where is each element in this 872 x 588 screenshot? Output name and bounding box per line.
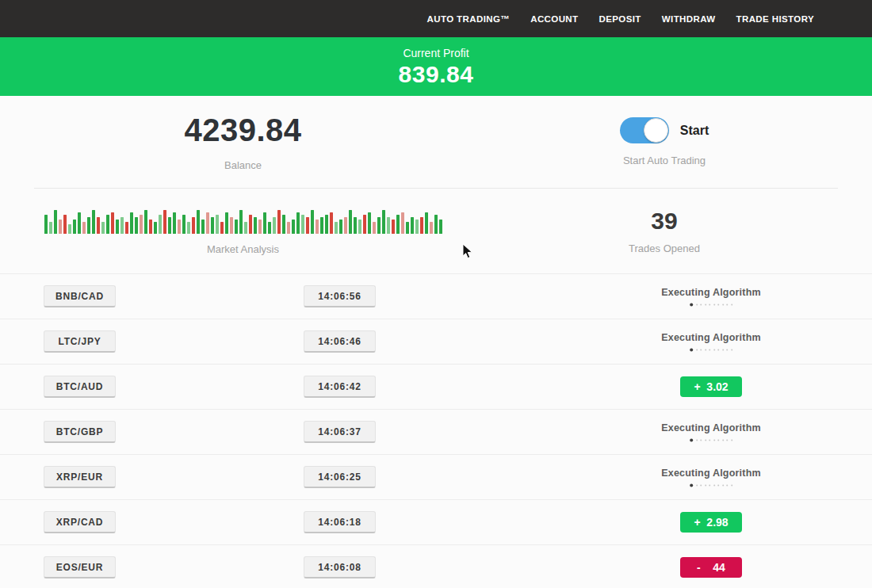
market-analysis-label: Market Analysis (207, 243, 279, 255)
time-badge: 14:06:18 (304, 511, 376, 533)
start-toggle-label: Start (680, 124, 709, 138)
balance-value: 4239.84 (184, 113, 301, 148)
nav-item-deposit[interactable]: DEPOSIT (599, 14, 641, 24)
nav-item-withdraw[interactable]: WITHDRAW (662, 14, 716, 24)
progress-dots (690, 304, 732, 307)
profit-badge: + 2.98 (680, 512, 742, 533)
table-row: XRP/EUR 14:06:25 Executing Algorithm (0, 454, 872, 499)
trade-status: + 3.02 (680, 376, 742, 397)
pair-badge[interactable]: BTC/GBP (44, 421, 116, 443)
trades-table: BNB/CAD 14:06:56 Executing Algorithm LTC… (0, 273, 872, 588)
market-analysis-chart (44, 208, 442, 234)
profit-badge: + 3.02 (680, 376, 742, 397)
progress-dots (690, 349, 732, 352)
pair-badge[interactable]: XRP/CAD (44, 511, 116, 533)
progress-dots (690, 484, 732, 487)
trade-status: Executing Algorithm (661, 422, 761, 442)
trade-status: Executing Algorithm (661, 287, 761, 307)
time-badge: 14:06:56 (304, 285, 376, 307)
nav-item-trade-history[interactable]: TRADE HISTORY (736, 14, 815, 24)
table-row: LTC/JPY 14:06:46 Executing Algorithm (0, 319, 872, 364)
time-badge: 14:06:25 (304, 466, 376, 488)
progress-dots (690, 439, 732, 442)
pair-badge[interactable]: BTC/AUD (44, 376, 116, 398)
pair-badge[interactable]: LTC/JPY (44, 330, 116, 353)
table-row: XRP/CAD 14:06:18 + 2.98 (0, 499, 872, 544)
start-auto-trading-label: Start Auto Trading (623, 155, 706, 166)
executing-algorithm-label: Executing Algorithm (661, 332, 761, 343)
table-row: BTC/GBP 14:06:37 Executing Algorithm (0, 409, 872, 454)
current-profit-value: 839.84 (399, 61, 474, 88)
trade-status: Executing Algorithm (661, 332, 761, 352)
market-analysis-block: Market Analysis (0, 189, 486, 273)
auto-trading-toggle[interactable] (620, 117, 669, 143)
executing-algorithm-label: Executing Algorithm (661, 468, 761, 479)
trades-opened-block: 39 Trades Opened (486, 189, 843, 273)
loss-badge: - 44 (680, 557, 742, 578)
executing-algorithm-label: Executing Algorithm (661, 422, 761, 433)
top-navbar: AUTO TRADING™ACCOUNTDEPOSITWITHDRAWTRADE… (0, 0, 872, 37)
table-row: EOS/EUR 14:06:08 - 44 (0, 544, 872, 588)
current-profit-label: Current Profit (403, 47, 469, 59)
pair-badge[interactable]: EOS/EUR (44, 556, 116, 578)
table-row: BNB/CAD 14:06:56 Executing Algorithm (0, 273, 872, 319)
time-badge: 14:06:46 (304, 330, 376, 353)
balance-label: Balance (224, 159, 262, 171)
balance-block: 4239.84 Balance (0, 96, 486, 188)
auto-trading-block: Start Start Auto Trading (486, 96, 843, 188)
current-profit-banner: Current Profit 839.84 (0, 37, 872, 96)
main-content: 4239.84 Balance Start Start Auto Trading… (0, 96, 872, 588)
pair-badge[interactable]: BNB/CAD (44, 285, 116, 307)
time-badge: 14:06:42 (304, 376, 376, 398)
nav-item-account[interactable]: ACCOUNT (530, 14, 578, 24)
trade-status: + 2.98 (680, 512, 742, 533)
trades-opened-label: Trades Opened (629, 242, 700, 254)
time-badge: 14:06:37 (304, 421, 376, 443)
trade-status: Executing Algorithm (661, 468, 761, 487)
time-badge: 14:06:08 (304, 556, 376, 578)
trade-status: - 44 (680, 557, 742, 578)
toggle-knob-icon (644, 118, 668, 143)
pair-badge[interactable]: XRP/EUR (44, 466, 116, 488)
nav-item-auto-trading[interactable]: AUTO TRADING™ (427, 14, 511, 24)
table-row: BTC/AUD 14:06:42 + 3.02 (0, 364, 872, 409)
executing-algorithm-label: Executing Algorithm (661, 287, 761, 298)
trades-opened-value: 39 (651, 208, 677, 235)
